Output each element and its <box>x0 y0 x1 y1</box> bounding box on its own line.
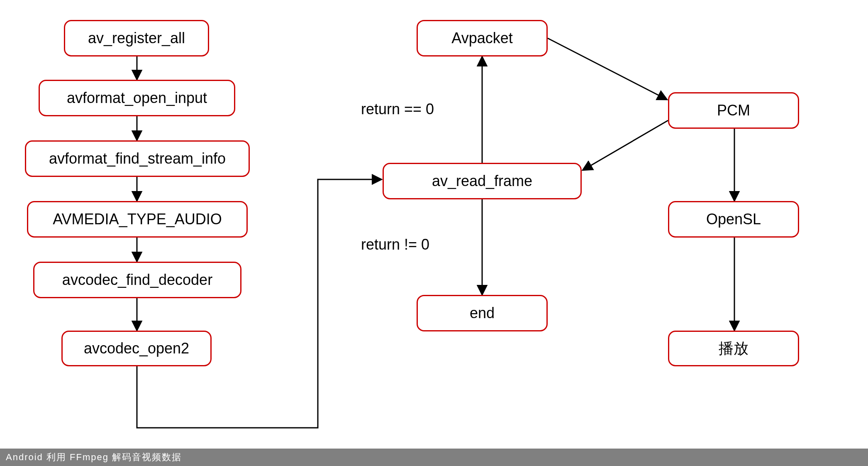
edge-label-return-zero: return == 0 <box>361 101 434 118</box>
node-av-register-all: av_register_all <box>64 20 209 56</box>
node-avcodec-find-decoder: avcodec_find_decoder <box>33 262 241 298</box>
node-av-read-frame: av_read_frame <box>383 163 582 199</box>
node-avpacket: Avpacket <box>417 20 548 56</box>
node-opensl: OpenSL <box>668 201 799 238</box>
node-play: 播放 <box>668 331 799 366</box>
node-avcodec-open2: avcodec_open2 <box>61 331 212 366</box>
caption-text: Android 利用 FFmpeg 解码音视频数据 <box>6 452 182 462</box>
caption-bar: Android 利用 FFmpeg 解码音视频数据 <box>0 449 868 466</box>
svg-line-8 <box>583 120 668 170</box>
node-avformat-find-stream-info: avformat_find_stream_info <box>25 140 250 177</box>
node-end: end <box>417 295 548 331</box>
node-avformat-open-input: avformat_open_input <box>39 80 235 116</box>
svg-line-7 <box>548 38 667 100</box>
node-pcm: PCM <box>668 92 799 129</box>
node-avmedia-type-audio: AVMEDIA_TYPE_AUDIO <box>27 201 248 238</box>
edge-label-return-nonzero: return != 0 <box>361 236 429 253</box>
